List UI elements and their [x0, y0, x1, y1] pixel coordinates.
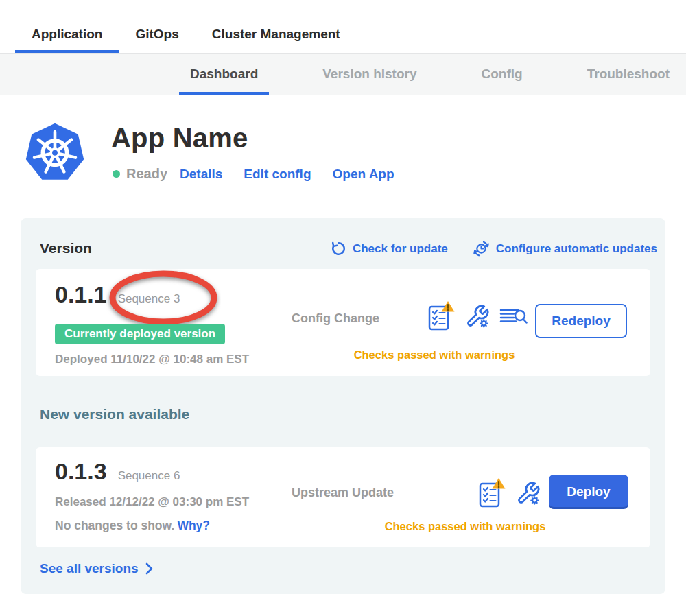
open-app-link[interactable]: Open App: [333, 167, 394, 182]
top-nav-item-application[interactable]: Application: [15, 27, 119, 53]
tab-config[interactable]: Config: [471, 67, 534, 95]
current-version-source: Config Change: [292, 311, 379, 326]
status-badge: Ready: [126, 166, 167, 182]
current-version-action-icons: [427, 300, 528, 332]
app-status-row: Ready Details Edit config Open App: [113, 166, 394, 182]
preflight-checks-icon[interactable]: [477, 477, 506, 509]
view-diff-logs-icon[interactable]: [499, 306, 528, 327]
available-version-row: 0.1.3 Sequence 6: [55, 458, 180, 485]
available-version-number: 0.1.3: [55, 458, 107, 485]
tab-version-history[interactable]: Version history: [311, 67, 427, 95]
page-title: App Name: [111, 123, 248, 154]
top-nav-item-cluster-management[interactable]: Cluster Management: [196, 27, 357, 53]
chevron-right-icon: [145, 562, 154, 576]
deployed-timestamp: Deployed 11/10/22 @ 10:48 am EST: [55, 353, 249, 366]
details-link[interactable]: Details: [180, 167, 222, 182]
check-for-update-label: Check for update: [353, 242, 448, 256]
available-checks-status: Checks passed with warnings: [355, 520, 575, 533]
version-panel-actions: Check for update Configure automatic upd…: [331, 240, 657, 257]
currently-deployed-badge: Currently deployed version: [55, 324, 225, 344]
no-changes-text: No changes to show.Why?: [55, 519, 210, 533]
sub-nav: Dashboard Version history Config Trouble…: [0, 53, 686, 95]
current-checks-status: Checks passed with warnings: [335, 348, 534, 362]
version-panel: Version Check for update Configure autom…: [21, 218, 665, 594]
available-version-sequence: Sequence 6: [118, 469, 180, 483]
edit-config-wrench-icon[interactable]: [465, 304, 490, 329]
version-panel-title: Version: [40, 240, 92, 257]
configure-automatic-updates-label: Configure automatic updates: [496, 242, 657, 256]
schedule-update-icon: [473, 240, 490, 257]
available-version-card: 0.1.3 Sequence 6 Released 12/12/22 @ 03:…: [36, 447, 650, 547]
deploy-button[interactable]: Deploy: [549, 475, 628, 509]
kubernetes-logo-icon: [25, 121, 85, 182]
refresh-icon: [331, 241, 346, 257]
app-header: App Name Ready Details Edit config Open …: [0, 95, 686, 217]
current-version-number: 0.1.1: [55, 281, 107, 308]
status-ready-dot-icon: [113, 170, 120, 178]
gear-icon: [531, 497, 538, 504]
redeploy-button[interactable]: Redeploy: [535, 304, 627, 338]
top-nav: Application GitOps Cluster Management: [0, 0, 686, 53]
tab-troubleshoot[interactable]: Troubleshoot: [576, 67, 681, 95]
preflight-checks-icon[interactable]: [427, 300, 456, 332]
available-version-action-icons: [477, 477, 541, 509]
new-version-available-heading: New version available: [40, 406, 189, 423]
current-version-card: 0.1.1 Sequence 3 Currently deployed vers…: [36, 269, 650, 376]
edit-config-link[interactable]: Edit config: [244, 167, 311, 182]
no-changes-label: No changes to show.: [55, 519, 174, 532]
top-nav-item-gitops[interactable]: GitOps: [119, 27, 195, 53]
why-link[interactable]: Why?: [177, 519, 210, 532]
divider: [233, 167, 233, 182]
current-version-row: 0.1.1 Sequence 3: [55, 281, 180, 308]
gear-icon: [480, 320, 487, 327]
divider: [322, 167, 322, 182]
available-version-source: Upstream Update: [292, 486, 394, 500]
configure-automatic-updates-link[interactable]: Configure automatic updates: [473, 240, 657, 257]
check-for-update-link[interactable]: Check for update: [331, 240, 448, 257]
tab-dashboard[interactable]: Dashboard: [179, 67, 269, 95]
edit-config-wrench-icon[interactable]: [516, 481, 541, 506]
see-all-versions-link[interactable]: See all versions: [40, 561, 154, 576]
see-all-versions-label: See all versions: [40, 561, 139, 576]
current-version-sequence: Sequence 3: [118, 292, 180, 306]
released-timestamp: Released 12/12/22 @ 03:30 pm EST: [55, 495, 249, 509]
